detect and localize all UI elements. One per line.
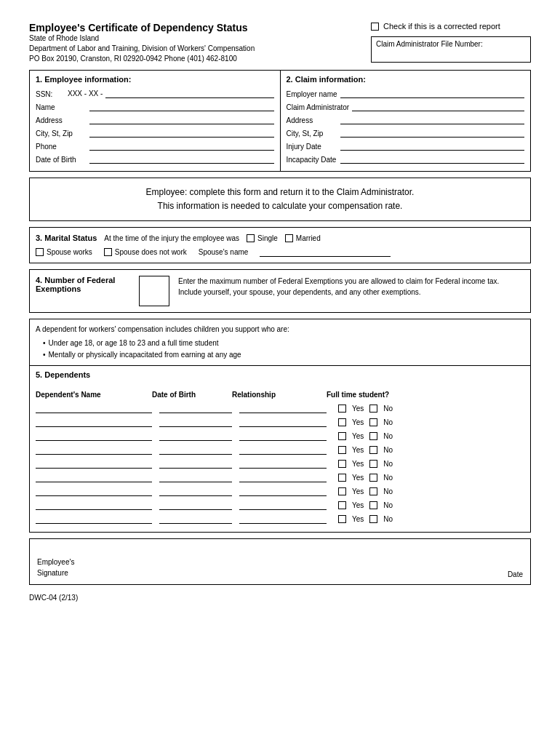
dep-rel-input-3[interactable] [239,431,327,441]
dep-no-checkbox-7[interactable] [369,487,377,495]
dep-yes-checkbox-2[interactable] [338,418,346,426]
dep-yes-checkbox-4[interactable] [338,446,346,454]
dep-name-input-6[interactable] [36,472,152,482]
injury-input[interactable] [340,140,525,151]
dep-rel-input-9[interactable] [239,514,327,524]
spouse-works-checkbox[interactable] [36,248,44,256]
claim-address-input[interactable] [340,114,525,124]
dep-rel-input-2[interactable] [239,417,327,427]
dep-fts-2: Yes No [338,418,393,426]
city-input[interactable] [89,127,274,138]
dep-yes-label-7: Yes [352,487,364,495]
employee-claim-columns: 1. Employee information: SSN: XXX - XX -… [30,71,530,171]
dep-no-checkbox-1[interactable] [369,405,377,413]
ssn-label: SSN: [36,90,65,98]
incapacity-input[interactable] [340,154,525,164]
incapacity-label: Incapacity Date [287,156,337,164]
dep-fts-1: Yes No [338,405,393,413]
dep-dob-input-4[interactable] [159,445,232,455]
notice-line2: This information is needed to calculate … [37,199,523,213]
dep-rel-input-4[interactable] [239,445,327,455]
claim-admin-label: Claim Administrator File Number: [376,40,526,48]
dependent-row: Yes No [36,514,524,524]
dob-row: Date of Birth [36,154,274,164]
dep-name-input-4[interactable] [36,445,152,455]
dep-name-input-1[interactable] [36,403,152,413]
dep-name-input-9[interactable] [36,514,152,524]
dep-yes-label-9: Yes [352,515,364,523]
dep-rel-input-7[interactable] [239,486,327,496]
corrected-report-checkbox[interactable] [371,23,379,31]
exemptions-input-box[interactable] [139,276,169,306]
dep-yes-checkbox-3[interactable] [338,432,346,440]
dep-dob-input-7[interactable] [159,486,232,496]
dep-no-checkbox-6[interactable] [369,474,377,482]
dep-no-label-5: No [383,460,393,468]
dep-dob-input-6[interactable] [159,472,232,482]
dep-name-input-5[interactable] [36,458,152,469]
spouse-not-work-checkbox[interactable] [104,248,112,256]
dep-yes-checkbox-7[interactable] [338,487,346,495]
dep-rel-input-5[interactable] [239,458,327,469]
dep-dob-input-2[interactable] [159,417,232,427]
dep-dob-input-1[interactable] [159,403,232,413]
dependent-row: Yes No [36,458,524,469]
dep-no-checkbox-3[interactable] [369,432,377,440]
dep-yes-checkbox-9[interactable] [338,515,346,523]
dep-no-checkbox-2[interactable] [369,418,377,426]
dep-dob-input-8[interactable] [159,500,232,510]
name-input[interactable] [89,101,274,111]
spouse-works-label: Spouse works [47,248,92,256]
exemptions-title-line1: 4. Number of Federal [36,276,130,284]
phone-row: Phone [36,140,274,151]
exemptions-title-line2: Exemptions [36,284,130,293]
address-input[interactable] [89,114,274,124]
dep-no-checkbox-4[interactable] [369,446,377,454]
dep-dob-input-5[interactable] [159,458,232,469]
ssn-input[interactable] [105,88,273,98]
dep-no-label-9: No [383,515,393,523]
claim-admin-input[interactable] [352,101,524,111]
dep-yes-checkbox-1[interactable] [338,405,346,413]
dep-no-checkbox-9[interactable] [369,515,377,523]
dep-name-input-2[interactable] [36,417,152,427]
header-right: Check if this is a corrected report Clai… [371,22,531,63]
dep-rel-input-8[interactable] [239,500,327,510]
dep-name-input-8[interactable] [36,500,152,510]
employer-input[interactable] [340,88,524,98]
dep-no-label-1: No [383,405,393,413]
exemptions-title-block: 4. Number of Federal Exemptions [36,276,130,293]
dep-rel-input-1[interactable] [239,403,327,413]
section3-header: 3. Marital Status [36,234,97,242]
dep-no-label-3: No [383,432,393,440]
dep-yes-label-4: Yes [352,446,364,454]
married-checkbox[interactable] [285,234,293,242]
dep-name-input-3[interactable] [36,431,152,441]
single-checkbox[interactable] [247,234,255,242]
form-number: DWC-04 (2/13) [29,594,531,602]
col-header-name: Dependent's Name [36,391,152,399]
dep-yes-label-3: Yes [352,432,364,440]
claim-info-column: 2. Claim information: Employer name Clai… [281,71,531,171]
dep-yes-checkbox-8[interactable] [338,501,346,509]
dependents-notice-line1: A dependent for workers' compensation in… [36,325,289,333]
phone-input[interactable] [89,140,274,151]
dob-input[interactable] [89,154,274,164]
dep-name-input-7[interactable] [36,486,152,496]
dependent-row: Yes No [36,445,524,455]
claim-city-input[interactable] [340,127,525,138]
dep-yes-checkbox-5[interactable] [338,460,346,468]
dep-dob-input-3[interactable] [159,431,232,441]
dep-yes-checkbox-6[interactable] [338,474,346,482]
employee-notice: Employee: complete this form and return … [29,178,531,221]
spouse-name-input[interactable] [260,247,391,257]
dep-dob-input-9[interactable] [159,514,232,524]
dep-no-checkbox-5[interactable] [369,460,377,468]
single-label: Single [257,234,278,242]
injury-row: Injury Date [287,140,525,151]
employer-row: Employer name [287,88,525,98]
address-row: Address [36,114,274,124]
dep-no-checkbox-8[interactable] [369,501,377,509]
employee-claim-section: 1. Employee information: SSN: XXX - XX -… [29,70,531,172]
dep-rel-input-6[interactable] [239,472,327,482]
